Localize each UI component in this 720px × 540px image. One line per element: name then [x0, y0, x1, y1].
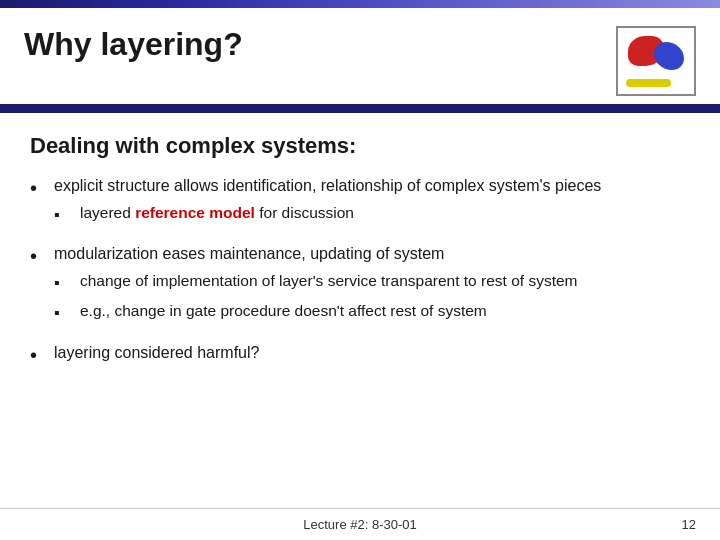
slide-content: Dealing with complex systems: • explicit… [0, 113, 720, 508]
footer-page-number: 12 [682, 517, 696, 532]
blob-yellow [626, 79, 671, 87]
sub-text-2-2: e.g., change in gate procedure doesn't a… [80, 301, 690, 322]
top-decorative-bar [0, 0, 720, 8]
sub-bullet-2-1: ▪ change of implementation of layer's se… [54, 271, 690, 294]
sub-dot-2-2: ▪ [54, 301, 76, 324]
slide-subtitle: Dealing with complex systems: [30, 133, 690, 159]
sub-dot-1-1: ▪ [54, 203, 76, 226]
slide-title: Why layering? [24, 26, 243, 63]
bullet-text-3: layering considered harmful? [54, 342, 690, 364]
sub-bullet-2-2: ▪ e.g., change in gate procedure doesn't… [54, 301, 690, 324]
footer-label: Lecture #2: 8-30-01 [303, 517, 416, 532]
slide-footer: Lecture #2: 8-30-01 12 [0, 508, 720, 540]
bullet-text-2: modularization eases maintenance, updati… [54, 243, 690, 332]
sub-text-1-1: layered reference model for discussion [80, 203, 690, 224]
reference-model-highlight: reference model [135, 204, 255, 221]
blob-blue [654, 42, 684, 70]
slide: Why layering? Dealing with complex syste… [0, 0, 720, 540]
bullet-dot-1: • [30, 175, 50, 201]
slide-header: Why layering? [0, 8, 720, 107]
sub-list-2: ▪ change of implementation of layer's se… [54, 271, 690, 324]
main-bullet-list: • explicit structure allows identificati… [30, 175, 690, 378]
bullet-dot-2: • [30, 243, 50, 269]
bullet-item-3: • layering considered harmful? [30, 342, 690, 368]
sub-list-1: ▪ layered reference model for discussion [54, 203, 690, 226]
sub-bullet-1-1: ▪ layered reference model for discussion [54, 203, 690, 226]
logo-box [616, 26, 696, 96]
bullet-item-2: • modularization eases maintenance, upda… [30, 243, 690, 332]
sub-text-2-1: change of implementation of layer's serv… [80, 271, 690, 292]
bullet-text-1: explicit structure allows identification… [54, 175, 690, 233]
logo-graphic [626, 34, 686, 89]
bullet-dot-3: • [30, 342, 50, 368]
bullet-item-1: • explicit structure allows identificati… [30, 175, 690, 233]
sub-dot-2-1: ▪ [54, 271, 76, 294]
